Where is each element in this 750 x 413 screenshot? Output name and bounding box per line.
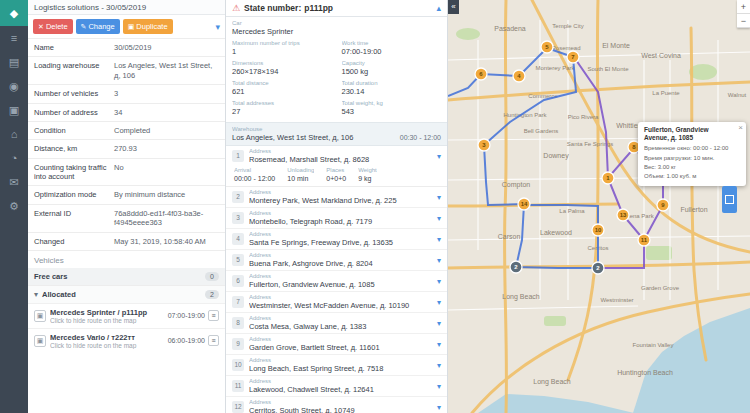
map-marker[interactable]: 11 (638, 234, 650, 246)
field-label: Optimization mode (28, 186, 112, 203)
field-value: 76a8ddd0-ed1f-4f03-ba3e-f4945eeee363 (112, 205, 225, 232)
chevron-down-icon[interactable]: ▾ (437, 193, 441, 202)
chevron-down-icon[interactable]: ▾ (437, 340, 441, 349)
delete-button[interactable]: ✕ Delete (33, 19, 73, 34)
map-city-label: Westminster (600, 297, 633, 303)
stop-row[interactable]: 7 Address Westminster, West McFadden Ave… (226, 292, 447, 313)
stop-number: 12 (232, 401, 244, 413)
svg-text:14: 14 (521, 201, 528, 207)
map-marker[interactable]: 14 (518, 198, 530, 210)
stop-label: Address (249, 252, 432, 259)
stop-address: Buena Park, Ashgrove Drive, д. 8204 (249, 259, 432, 268)
map-city-label: La Palma (559, 208, 585, 214)
map-marker[interactable]: 3 (478, 139, 490, 151)
map-city-label: Walnut (728, 92, 747, 98)
chevron-down-icon[interactable]: ▾ (437, 361, 441, 370)
stat-item: Total addresses 27 (232, 100, 332, 117)
vehicle-work-time: 06:00-19:00 (168, 337, 205, 344)
stop-row-expanded[interactable]: 1 Address Rosemead, Marshall Street, д. … (226, 146, 447, 187)
messages-icon[interactable]: ✉ (0, 170, 28, 194)
stat-value: 230.14 (342, 87, 442, 97)
chevron-down-icon[interactable]: ▾ (437, 403, 441, 412)
chevron-down-icon[interactable]: ▾ (437, 382, 441, 391)
field-row: External ID 76a8ddd0-ed1f-4f03-ba3e-f494… (28, 204, 225, 232)
close-icon[interactable]: × (738, 123, 743, 132)
change-button[interactable]: ✎ Change (76, 19, 120, 34)
chevron-down-icon[interactable]: ▾ (437, 277, 441, 286)
stop-row[interactable]: 9 Address Garden Grove, Bartlett Street,… (226, 334, 447, 355)
stop-row[interactable]: 5 Address Buena Park, Ashgrove Drive, д.… (226, 250, 447, 271)
field-row: Loading warehouse Los Angeles, West 1st … (28, 56, 225, 84)
stop-row[interactable]: 8 Address Costa Mesa, Galway Lane, д. 13… (226, 313, 447, 334)
zoom-out-button[interactable]: − (737, 14, 750, 28)
stop-row[interactable]: 4 Address Santa Fe Springs, Freeway Driv… (226, 229, 447, 250)
stop-address: Costa Mesa, Galway Lane, д. 1383 (249, 322, 432, 331)
map-tool-button[interactable] (722, 186, 737, 213)
stop-label: Address (249, 189, 432, 196)
map-marker[interactable]: 1 (602, 172, 614, 184)
map-marker[interactable]: 5 (541, 41, 553, 53)
warehouses-icon[interactable]: ⌂ (0, 122, 28, 146)
stop-label: Address (249, 336, 432, 343)
app-logo: ◆ (0, 0, 28, 26)
map[interactable]: PasadenaTemple CityRosemeadEl MonteSouth… (448, 0, 750, 413)
allocated-group[interactable]: ▾ Allocated 2 (28, 285, 225, 303)
stat-label: Work time (342, 40, 442, 47)
map-zoom-controls: + − (737, 0, 750, 28)
map-marker[interactable]: 7 (567, 51, 579, 63)
vehicle-item[interactable]: ▣ Mercedes Sprinter / p111pp Click to hi… (28, 303, 225, 328)
map-marker[interactable]: 6 (475, 68, 487, 80)
map-city-label: La Puente (652, 90, 680, 96)
chevron-down-icon[interactable]: ▾ (437, 235, 441, 244)
menu-icon[interactable]: ≡ (208, 335, 219, 346)
zoom-in-button[interactable]: + (737, 0, 750, 14)
stop-row[interactable]: 10 Address Long Beach, East Spring Stree… (226, 355, 447, 376)
field-label: Loading warehouse (28, 57, 112, 84)
warehouse-address: Los Angeles, West 1st Street, д, 106 (232, 133, 394, 142)
stop-row[interactable]: 12 Address Cerritos, South Street, д. 10… (226, 397, 447, 413)
vehicle-item[interactable]: ▣ Mercedes Vario / т222тт Click to hide … (28, 328, 225, 353)
chevron-up-icon[interactable]: ▴ (436, 3, 441, 13)
routes-icon[interactable]: ◉ (0, 74, 28, 98)
stop-row[interactable]: 6 Address Fullerton, Grandview Avenue, д… (226, 271, 447, 292)
chevron-down-icon[interactable]: ▾ (437, 256, 441, 265)
map-marker[interactable]: 4 (513, 70, 525, 82)
duplicate-button[interactable]: ▣ Duplicate (123, 19, 173, 34)
free-cars-group[interactable]: Free cars 0 (28, 268, 225, 285)
stop-row[interactable]: 2 Address Monterey Park, West Markland D… (226, 187, 447, 208)
vehicles-icon[interactable]: ▣ (0, 98, 28, 122)
chevron-down-icon[interactable]: ▾ (437, 319, 441, 328)
map-city-label: El Monte (602, 42, 630, 49)
stat-label: Capacity (342, 60, 442, 67)
stop-row[interactable]: 11 Address Lakewood, Chadwell Street, д.… (226, 376, 447, 397)
map-marker[interactable]: 10 (592, 224, 604, 236)
map-marker[interactable]: 13 (617, 209, 629, 221)
stop-label: Address (249, 294, 432, 301)
field-row: Number of vehicles 3 (28, 84, 225, 102)
field-value: 3 (112, 85, 225, 102)
chevron-down-icon[interactable]: ▾ (437, 152, 441, 161)
collapse-panel-button[interactable]: « (448, 0, 459, 14)
map-marker[interactable]: 2 (592, 262, 604, 274)
stop-row[interactable]: 3 Address Montebello, Telegraph Road, д.… (226, 208, 447, 229)
state-number-title: State number:p111pp (244, 3, 333, 13)
menu-icon[interactable]: ≡ (208, 310, 219, 321)
settings-icon[interactable]: ⚙ (0, 194, 28, 218)
svg-text:11: 11 (641, 237, 648, 243)
map-canvas[interactable]: PasadenaTemple CityRosemeadEl MonteSouth… (448, 0, 750, 413)
map-marker[interactable]: 9 (657, 199, 669, 211)
chevron-down-icon[interactable]: ▾ (437, 298, 441, 307)
vehicle-name: Mercedes Vario / т222тт (50, 333, 164, 342)
stop-label: Address (249, 378, 432, 385)
breadcrumb: Logistics solutions - 30/05/2019 (28, 0, 225, 15)
orders-icon[interactable]: ▤ (0, 50, 28, 74)
stop-detail: Weight 9 kg (358, 167, 377, 182)
map-marker[interactable]: 2 (510, 261, 522, 273)
field-row: Changed May 31, 2019, 10:58:40 AM (28, 232, 225, 250)
menu-icon[interactable]: ≡ (0, 26, 28, 50)
warehouse-row[interactable]: Warehouse Los Angeles, West 1st Street, … (226, 122, 447, 146)
left-panel: Logistics solutions - 30/05/2019 ✕ Delet… (28, 0, 226, 413)
chevron-down-icon[interactable]: ▾ (215, 22, 220, 32)
reports-icon[interactable]: ◔ (0, 146, 28, 170)
chevron-down-icon[interactable]: ▾ (437, 214, 441, 223)
